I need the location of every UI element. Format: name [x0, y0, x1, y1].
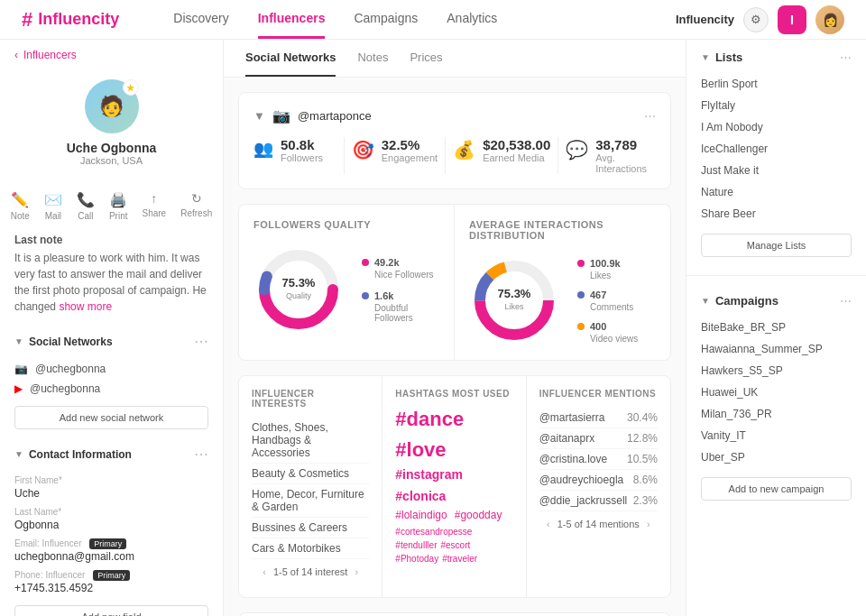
main-content: ‹ Influencers 🧑 ★ Uche Ogbonna Jackson, … [0, 40, 866, 616]
first-name-field: First Name* Uche [0, 472, 223, 503]
campaign-uber[interactable]: Uber_SP [701, 446, 852, 468]
mail-action[interactable]: ✉️Mail [44, 191, 62, 221]
avg-interactions-title: AVERAGE INTERACTIONS DISTRIBUTION [469, 219, 656, 241]
user-avatar[interactable]: 👩 [815, 5, 844, 34]
campaigns-section: ▼ Campaigns ⋯ BiteBake_BR_SP Hawaianna_S… [686, 283, 866, 511]
nav-influencers[interactable]: Influencers [258, 0, 326, 39]
left-sidebar: ‹ Influencers 🧑 ★ Uche Ogbonna Jackson, … [0, 40, 224, 616]
followers-icon: 👥 [253, 139, 273, 159]
back-arrow: ‹ [14, 49, 18, 61]
gear-button[interactable]: ⚙ [743, 7, 769, 32]
legend-nice-followers: 49.2k [362, 257, 439, 268]
hashtag-clonica: #clonica [395, 489, 446, 503]
campaign-huawei[interactable]: Huawei_UK [701, 382, 852, 403]
legend-likes: 100.9k [577, 258, 638, 269]
refresh-action[interactable]: ↻Refresh [180, 191, 212, 221]
next-mentions[interactable]: › [647, 519, 650, 529]
list-nature[interactable]: Nature [701, 181, 852, 203]
lists-header: ▼ Lists ⋯ [701, 51, 852, 64]
campaign-milan[interactable]: Milan_736_PR [701, 403, 852, 425]
tab-prices[interactable]: Prices [410, 40, 442, 77]
list-share-beer[interactable]: Share Beer [701, 203, 852, 225]
social-menu-icon[interactable]: ⋯ [194, 333, 208, 350]
comments-dot [577, 291, 585, 299]
profile-avatar: 🧑 ★ [85, 79, 139, 133]
mention-row: @audreychioegla 8.6% [539, 470, 658, 491]
svg-text:75.3%: 75.3% [498, 287, 531, 300]
list-berlin-sport[interactable]: Berlin Sport [701, 73, 852, 95]
account-menu-icon[interactable]: ⋯ [644, 109, 656, 123]
share-action[interactable]: ↑Share [142, 191, 166, 221]
hashtag-dance: #dance [395, 408, 464, 431]
followers-quality-card: FOLLOWERS QUALITY 75.3% Quality 49.2k [238, 204, 455, 361]
interests-mentions-row: INFLUENCER INTERESTS Clothes, Shoes, Han… [238, 375, 671, 598]
hashtag-instagram: #instagram [395, 467, 463, 482]
action-icons: ✏️Note ✉️Mail 📞Call 🖨️Print ↑Share ↻Refr… [0, 180, 223, 225]
right-sidebar: ▼ Lists ⋯ Berlin Sport FlyItaly I Am Nob… [686, 40, 866, 616]
avg-interactions-icon: 💬 [566, 139, 588, 161]
followers-quality-title: FOLLOWERS QUALITY [253, 219, 439, 230]
list-item: Clothes, Shoes, Handbags & Accessories [252, 418, 369, 464]
stat-earned-media: 💰 $20,538.00 Earned Media [446, 137, 558, 174]
call-action[interactable]: 📞Call [77, 191, 95, 221]
note-action[interactable]: ✏️Note [11, 191, 30, 221]
print-action[interactable]: 🖨️Print [109, 191, 128, 221]
lists-section: ▼ Lists ⋯ Berlin Sport FlyItaly I Am Nob… [686, 40, 866, 268]
show-more-link[interactable]: show more [59, 300, 112, 313]
tab-notes[interactable]: Notes [357, 40, 388, 77]
legend-comments: 467 [577, 290, 638, 300]
prev-mentions[interactable]: ‹ [547, 519, 550, 529]
hashtag-love: #love [395, 438, 446, 462]
contact-menu-icon[interactable]: ⋯ [194, 446, 208, 463]
hashtag-tiny-3: #Photoday [395, 554, 438, 564]
nav-discovery[interactable]: Discovery [173, 0, 228, 39]
likes-dot [577, 260, 585, 267]
contact-chevron-icon: ▼ [14, 449, 23, 459]
campaign-bitebake[interactable]: BiteBake_BR_SP [701, 317, 852, 338]
campaign-vanity[interactable]: Vanity_IT [701, 425, 852, 446]
social-networks-header[interactable]: ▼ Social Networks ⋯ [0, 324, 223, 359]
tab-bar: Social Networks Notes Prices [224, 40, 686, 78]
hashtag-tiny-2: #escort [440, 540, 470, 550]
back-link[interactable]: ‹ Influencers [0, 40, 223, 70]
avg-interactions-card: AVERAGE INTERACTIONS DISTRIBUTION 75.3% … [455, 204, 671, 361]
legend-doubtful-followers: 1.6k [362, 290, 439, 301]
nav-links: Discovery Influencers Campaigns Analytic… [173, 0, 676, 39]
logo-hash: # [22, 8, 32, 32]
nav-campaigns[interactable]: Campaigns [354, 0, 418, 39]
mentions-section: INFLUENCER MENTIONS @martasierra 30.4% @… [527, 376, 670, 597]
tab-social-networks[interactable]: Social Networks [245, 40, 336, 77]
email-field: Email: Influencer Primary uchegbonna@gma… [0, 535, 223, 566]
svg-text:75.3%: 75.3% [282, 276, 316, 290]
prev-interests[interactable]: ‹ [263, 566, 266, 577]
list-item: Home, Decor, Furniture & Garden [252, 484, 369, 518]
youtube-icon: ▶ [14, 382, 23, 395]
mention-row: @martasierra 30.4% [539, 408, 658, 428]
hashtags-small-row: #lolaindigo #goodday [395, 509, 512, 521]
hashtags-section: HASHTAGS MOST USED #dance #love #instagr… [382, 376, 526, 597]
campaigns-menu-icon[interactable]: ⋯ [840, 294, 852, 308]
campaign-hawaianna[interactable]: Hawaianna_Summer_SP [701, 338, 852, 360]
nav-analytics[interactable]: Analytics [447, 0, 497, 39]
profile-name: Uche Ogbonna [14, 141, 208, 155]
add-social-button[interactable]: Add new social network [14, 406, 208, 429]
manage-lists-button[interactable]: Manage Lists [701, 234, 852, 257]
lists-menu-icon[interactable]: ⋯ [840, 51, 852, 64]
stat-followers: 👥 50.8k Followers [253, 137, 345, 174]
account-chevron-icon[interactable]: ▼ [253, 109, 265, 123]
add-field-button[interactable]: Add new field [14, 605, 208, 616]
contact-info-header[interactable]: ▼ Contact Information ⋯ [0, 437, 223, 472]
account-ig-icon: 📷 [272, 107, 290, 124]
next-interests[interactable]: › [355, 566, 358, 577]
campaign-hawkers[interactable]: Hawkers_S5_SP [701, 360, 852, 382]
list-ice-challenger[interactable]: IceChallenger [701, 138, 852, 160]
logo[interactable]: # Influencity [22, 8, 119, 32]
list-just-make-it[interactable]: Just Make it [701, 160, 852, 181]
list-fly-italy[interactable]: FlyItaly [701, 95, 852, 116]
hashtag-tiny-0: #cortesandropesse [395, 527, 472, 537]
mention-row: @cristina.love 10.5% [539, 449, 658, 470]
brands-section: INFLUENCER BRANDS AFFINITY PRADA Prada L… [238, 612, 671, 616]
lists-chevron-icon: ▼ [701, 52, 710, 62]
list-i-am-nobody[interactable]: I Am Nobody [701, 116, 852, 138]
add-campaign-button[interactable]: Add to new campaign [701, 477, 852, 501]
